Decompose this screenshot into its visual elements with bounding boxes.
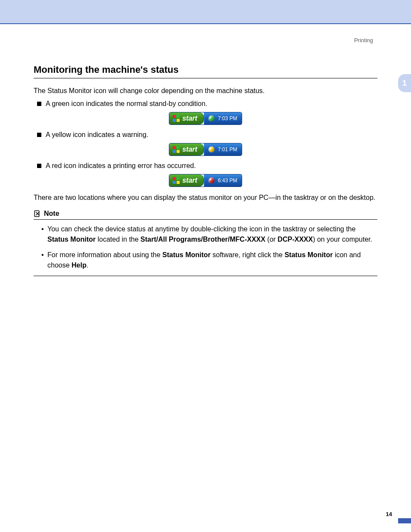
note-bullet: You can check the device status at anyti…	[41, 224, 377, 245]
outro-text: There are two locations where you can di…	[34, 193, 377, 202]
tray-time: 7:03 PM	[218, 115, 237, 121]
start-button: start	[169, 143, 204, 156]
footer-accent	[398, 518, 411, 523]
windows-flag-icon	[173, 115, 180, 122]
status-dot-red-icon	[209, 177, 215, 184]
svg-rect-0	[34, 211, 39, 217]
square-bullet-icon	[37, 133, 41, 137]
header-band	[0, 0, 411, 24]
windows-flag-icon	[173, 177, 180, 184]
start-button: start	[169, 174, 204, 187]
note-bullet: For more information about using the Sta…	[41, 250, 377, 271]
start-label: start	[182, 115, 197, 122]
taskbar-figure-yellow: start 7:01 PM	[34, 143, 377, 156]
note-block: Note You can check the device status at …	[34, 210, 377, 276]
status-item-green: A green icon indicates the normal stand-…	[37, 100, 377, 108]
system-tray: 6:43 PM	[204, 174, 242, 187]
system-tray: 7:01 PM	[204, 143, 242, 156]
start-label: start	[182, 146, 197, 153]
taskbar-figure-red: start 6:43 PM	[34, 174, 377, 187]
system-tray: 7:03 PM	[204, 112, 242, 124]
square-bullet-icon	[37, 164, 41, 168]
note-bottom-rule	[34, 276, 377, 276]
breadcrumb[interactable]: Printing	[34, 37, 377, 44]
status-dot-green-icon	[209, 115, 215, 121]
status-dot-yellow-icon	[209, 146, 215, 152]
status-item-red: A red icon indicates a printing error ha…	[37, 162, 377, 170]
start-button: start	[169, 112, 204, 124]
status-item-yellow: A yellow icon indicates a warning.	[37, 131, 377, 139]
page-number: 14	[386, 511, 392, 517]
note-label: Note	[44, 210, 59, 218]
chapter-tab: 1	[398, 74, 411, 92]
section-title: Monitoring the machine's status	[34, 64, 377, 78]
status-text: A green icon indicates the normal stand-…	[46, 100, 207, 108]
status-text: A red icon indicates a printing error ha…	[46, 162, 196, 170]
start-label: start	[182, 177, 197, 184]
windows-flag-icon	[173, 146, 180, 153]
taskbar-figure-green: start 7:03 PM	[34, 112, 377, 125]
note-pencil-icon	[34, 210, 41, 218]
square-bullet-icon	[37, 102, 41, 106]
tray-time: 6:43 PM	[218, 177, 237, 184]
intro-text: The Status Monitor icon will change colo…	[34, 86, 377, 96]
tray-time: 7:01 PM	[218, 146, 237, 152]
status-text: A yellow icon indicates a warning.	[46, 131, 148, 139]
